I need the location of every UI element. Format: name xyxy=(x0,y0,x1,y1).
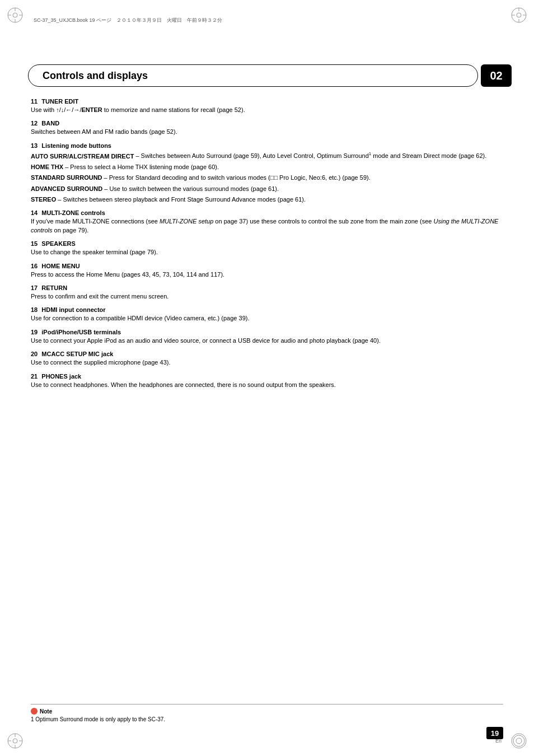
section-16-body: Press to access the Home Menu (pages 43,… xyxy=(31,270,503,279)
section-11-number: 11 xyxy=(31,98,38,105)
section-19-number: 19 xyxy=(31,329,38,335)
section-19-body: Use to connect your Apple iPod as an aud… xyxy=(31,337,503,345)
section-14-number: 14 xyxy=(31,209,38,216)
section-21-body: Use to connect headphones. When the head… xyxy=(31,381,503,389)
sub-header-auto-surr: AUTO SURR/ALC/STREAM DIRECT xyxy=(31,152,134,159)
section-16-title: HOME MENU xyxy=(41,263,79,269)
page-lang: En xyxy=(495,738,502,744)
section-19: 19 iPod/iPhone/USB terminals Use to conn… xyxy=(31,329,503,345)
section-14-header: 14 MULTI-ZONE controls xyxy=(31,209,503,216)
section-19-title: iPod/iPhone/USB terminals xyxy=(41,329,121,335)
content-area: 11 TUNER EDIT Use with ↑/↓/←/→/ENTER to … xyxy=(31,98,503,700)
section-11: 11 TUNER EDIT Use with ↑/↓/←/→/ENTER to … xyxy=(31,98,503,114)
section-12-body: Switches between AM and FM radio bands (… xyxy=(31,128,503,136)
svg-point-18 xyxy=(512,734,526,748)
section-15-body: Use to change the speaker terminal (page… xyxy=(31,248,503,256)
section-title-box: Controls and displays xyxy=(28,64,478,87)
section-13: 13 Listening mode buttons AUTO SURR/ALC/… xyxy=(31,142,503,204)
corner-decoration-tl xyxy=(7,7,24,24)
section-18-number: 18 xyxy=(31,306,38,313)
sub-body-auto-surr: – Switches between Auto Surround (page 5… xyxy=(135,152,486,159)
section-12-header: 12 BAND xyxy=(31,120,503,127)
footnote-label: Note xyxy=(31,708,503,715)
section-18-title: HDMI input connector xyxy=(41,306,105,313)
section-20: 20 MCACC SETUP MIC jack Use to connect t… xyxy=(31,351,503,367)
section-16-header: 16 HOME MENU xyxy=(31,263,503,269)
svg-point-19 xyxy=(513,735,524,746)
section-18-header: 18 HDMI input connector xyxy=(31,306,503,313)
section-17-title: RETURN xyxy=(41,284,67,291)
note-label-text: Note xyxy=(40,708,52,715)
page-number-box: 19 xyxy=(486,727,503,739)
section-20-header: 20 MCACC SETUP MIC jack xyxy=(31,351,503,357)
section-20-body: Use to connect the supplied microphone (… xyxy=(31,358,503,367)
section-17: 17 RETURN Press to confirm and exit the … xyxy=(31,284,503,301)
sub-body-standard-surround: – Press for Standard decoding and to swi… xyxy=(104,174,371,181)
section-11-title: TUNER EDIT xyxy=(41,98,78,105)
sub-section-auto-surr: AUTO SURR/ALC/STREAM DIRECT – Switches b… xyxy=(31,151,503,161)
section-18-body: Use for connection to a compatible HDMI … xyxy=(31,314,503,323)
section-20-number: 20 xyxy=(31,351,38,357)
sub-header-stereo: STEREO xyxy=(31,196,56,203)
section-21-title: PHONES jack xyxy=(41,373,81,380)
sub-section-standard-surround: STANDARD SURROUND – Press for Standard d… xyxy=(31,174,503,182)
section-19-header: 19 iPod/iPhone/USB terminals xyxy=(31,329,503,335)
sub-body-home-thx: – Press to select a Home THX listening m… xyxy=(65,164,219,170)
chapter-number: 02 xyxy=(481,64,512,87)
sub-section-home-thx: HOME THX – Press to select a Home THX li… xyxy=(31,163,503,171)
section-13-title: Listening mode buttons xyxy=(41,142,111,149)
section-15: 15 SPEAKERS Use to change the speaker te… xyxy=(31,240,503,256)
svg-point-13 xyxy=(13,739,17,743)
sub-section-stereo: STEREO – Switches between stereo playbac… xyxy=(31,195,503,204)
section-14: 14 MULTI-ZONE controls If you've made MU… xyxy=(31,209,503,235)
section-12-title: BAND xyxy=(41,120,59,127)
section-12: 12 BAND Switches between AM and FM radio… xyxy=(31,120,503,136)
section-11-header: 11 TUNER EDIT xyxy=(31,98,503,105)
sub-body-advanced-surround: – Use to switch between the various surr… xyxy=(104,185,279,192)
svg-point-1 xyxy=(13,13,17,17)
section-21: 21 PHONES jack Use to connect headphones… xyxy=(31,373,503,389)
section-15-title: SPEAKERS xyxy=(41,240,76,247)
footnote-text: 1 Optimum Surround mode is only apply to… xyxy=(31,716,503,722)
svg-point-20 xyxy=(516,738,522,744)
section-17-number: 17 xyxy=(31,284,38,291)
section-13-number: 13 xyxy=(31,142,38,149)
section-21-header: 21 PHONES jack xyxy=(31,373,503,380)
section-12-number: 12 xyxy=(31,120,38,127)
section-13-body: AUTO SURR/ALC/STREAM DIRECT – Switches b… xyxy=(31,151,503,204)
section-20-title: MCACC SETUP MIC jack xyxy=(41,351,113,357)
section-13-header: 13 Listening mode buttons xyxy=(31,142,503,149)
section-14-title: MULTI-ZONE controls xyxy=(41,209,105,216)
section-17-header: 17 RETURN xyxy=(31,284,503,291)
section-16: 16 HOME MENU Press to access the Home Me… xyxy=(31,263,503,279)
section-title: Controls and displays xyxy=(43,70,148,82)
file-info: SC-37_35_UXJCB.book 19 ページ ２０１０年３月９日 火曜日… xyxy=(34,17,222,24)
section-21-number: 21 xyxy=(31,373,38,380)
section-15-number: 15 xyxy=(31,240,38,247)
note-icon xyxy=(31,708,38,715)
section-15-header: 15 SPEAKERS xyxy=(31,240,503,247)
sub-header-standard-surround: STANDARD SURROUND xyxy=(31,174,102,181)
corner-decoration-tr xyxy=(510,7,527,24)
sub-header-advanced-surround: ADVANCED SURROUND xyxy=(31,185,102,192)
section-18: 18 HDMI input connector Use for connecti… xyxy=(31,306,503,323)
corner-decoration-bl xyxy=(7,732,24,749)
footnote-area: Note 1 Optimum Surround mode is only app… xyxy=(31,704,503,722)
section-11-body: Use with ↑/↓/←/→/ENTER to memorize and n… xyxy=(31,106,503,114)
sub-header-home-thx: HOME THX xyxy=(31,164,63,170)
corner-decoration-br xyxy=(510,732,527,749)
page-container: SC-37_35_UXJCB.book 19 ページ ２０１０年３月９日 火曜日… xyxy=(0,0,534,756)
section-14-body: If you've made MULTI-ZONE connections (s… xyxy=(31,217,503,235)
sub-section-advanced-surround: ADVANCED SURROUND – Use to switch betwee… xyxy=(31,185,503,193)
sub-body-stereo: – Switches between stereo playback and F… xyxy=(58,196,306,203)
section-17-body: Press to confirm and exit the current me… xyxy=(31,292,503,301)
svg-point-7 xyxy=(517,13,521,17)
section-16-number: 16 xyxy=(31,263,38,269)
